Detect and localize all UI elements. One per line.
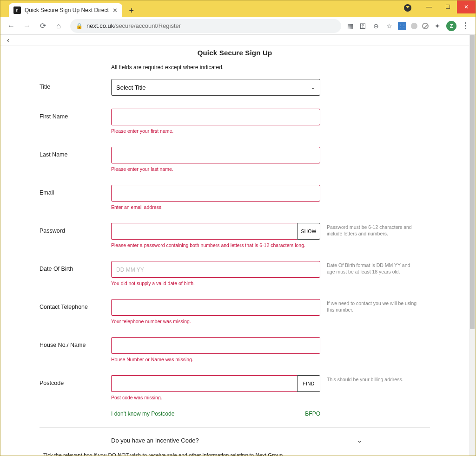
tab-close-icon[interactable]: ✕	[112, 7, 118, 14]
titlebar: n Quick Secure Sign Up Next Direct ✕ + —…	[0, 0, 476, 17]
bfpo-link[interactable]: BFPO	[305, 410, 320, 417]
address-bar[interactable]: 🔒 next.co.uk/secure/account/Register	[70, 19, 341, 33]
incentive-toggle-icon[interactable]: ⌄	[357, 437, 362, 444]
lock-icon: 🔒	[76, 23, 83, 29]
scroll-thumb[interactable]	[470, 35, 475, 329]
optout-note: Tick the relevant box if you DO NOT wish…	[43, 452, 430, 456]
email-label: Email	[40, 185, 111, 196]
close-window-button[interactable]: ✕	[457, 0, 476, 13]
reload-button[interactable]: ⟳	[36, 19, 50, 33]
profile-avatar[interactable]: Z	[446, 21, 456, 31]
postcode-hint: This should be your billing address.	[320, 375, 418, 383]
nav-forward-button[interactable]: →	[20, 19, 34, 33]
password-input[interactable]	[111, 223, 297, 240]
vertical-scrollbar[interactable]	[469, 35, 476, 456]
home-button[interactable]: ⌂	[52, 19, 66, 33]
phone-error: Your telephone number was missing.	[111, 319, 320, 324]
key-icon[interactable]: ⚿	[359, 22, 367, 30]
phone-hint: If we need to contact you we will be usi…	[320, 299, 418, 313]
title-select[interactable]: Select Title ⌄	[111, 79, 320, 96]
postcode-input[interactable]	[111, 375, 297, 392]
chevron-down-icon: ⌄	[311, 84, 315, 91]
menu-button[interactable]	[461, 22, 470, 29]
email-input[interactable]	[111, 185, 320, 202]
incognito-icon	[404, 4, 411, 12]
email-error: Enter an email address.	[111, 204, 320, 210]
title-label: Title	[40, 79, 111, 90]
required-note: All fields are required except where ind…	[111, 64, 430, 71]
minimize-button[interactable]: —	[420, 0, 438, 13]
house-error: House Number or Name was missing.	[111, 357, 320, 362]
url-text: next.co.uk/secure/account/Register	[86, 22, 336, 29]
browser-window: n Quick Secure Sign Up Next Direct ✕ + —…	[0, 0, 476, 456]
password-label: Password	[40, 223, 111, 234]
extension-badge-icon[interactable]: ⋮⋮	[398, 22, 406, 30]
dob-hint: Date Of Birth format is DD MM YY and age…	[320, 261, 418, 275]
qr-icon[interactable]: ▦	[346, 22, 354, 30]
phone-label: Contact Telephone	[40, 299, 111, 310]
dob-label: Date Of Birth	[40, 261, 111, 272]
extension-circle-icon[interactable]	[411, 23, 417, 29]
block-icon[interactable]	[422, 23, 429, 29]
page-viewport: ‹ Quick Secure Sign Up All fields are re…	[0, 35, 476, 456]
browser-tab[interactable]: n Quick Secure Sign Up Next Direct ✕	[9, 3, 122, 17]
tab-title: Quick Secure Sign Up Next Direct	[25, 7, 109, 13]
password-hint: Password must be 6-12 characters and inc…	[320, 223, 418, 237]
favicon-icon: n	[13, 7, 21, 14]
last-name-input[interactable]	[111, 147, 320, 163]
unknown-postcode-link[interactable]: I don't know my Postcode	[111, 410, 174, 417]
page-title: Quick Secure Sign Up	[40, 49, 430, 57]
nav-back-button[interactable]: ←	[4, 19, 18, 33]
phone-input[interactable]	[111, 299, 320, 316]
first-name-label: First Name	[40, 109, 111, 120]
divider	[40, 427, 430, 428]
house-input[interactable]	[111, 337, 320, 354]
first-name-error: Please enter your first name.	[111, 128, 320, 134]
postcode-label: Postcode	[40, 375, 111, 386]
incentive-prompt: Do you have an Incentive Code?	[111, 437, 199, 444]
last-name-error: Please enter your last name.	[111, 166, 320, 172]
show-password-button[interactable]: SHOW	[297, 223, 320, 240]
puzzle-icon[interactable]: ✦	[433, 22, 442, 30]
zoom-icon[interactable]: ⊖	[372, 22, 380, 30]
dob-input[interactable]	[111, 261, 320, 278]
browser-toolbar: ← → ⟳ ⌂ 🔒 next.co.uk/secure/account/Regi…	[0, 17, 476, 35]
last-name-label: Last Name	[40, 147, 111, 158]
new-tab-button[interactable]: +	[125, 4, 138, 17]
postcode-error: Post code was missing.	[111, 395, 320, 400]
password-error: Please enter a password containing both …	[111, 242, 320, 248]
dob-error: You did not supply a valid date of birth…	[111, 280, 320, 286]
find-postcode-button[interactable]: FIND	[297, 375, 320, 392]
first-name-input[interactable]	[111, 109, 320, 125]
maximize-button[interactable]: ☐	[438, 0, 457, 13]
house-label: House No./ Name	[40, 337, 111, 348]
star-icon[interactable]: ☆	[385, 22, 393, 30]
page-back-chevron-icon[interactable]: ‹	[7, 36, 9, 45]
page-header: ‹	[0, 35, 469, 46]
